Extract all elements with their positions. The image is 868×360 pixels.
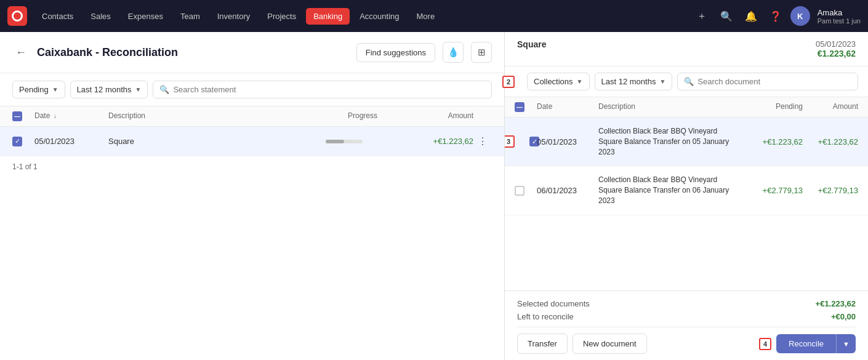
right-filters-bar: 2 Collections ▼ Last 12 months ▼ 🔍 [505,66,868,97]
right-pending-header: Pending [741,102,803,112]
right-panel: Square 05/01/2023 €1.223,62 2 Collection… [505,32,868,360]
table-row: 1 ✓ 05/01/2023 Square +€1.223,62 ⋮ [0,127,504,156]
partial-check-icon: — [14,113,20,120]
document-search-bar: 🔍 [677,73,858,90]
search-icon: 🔍 [159,85,169,94]
left-panel: ← Caixabank - Reconciliation Find sugges… [0,32,505,360]
water-drop-icon[interactable]: 💧 [443,42,464,63]
sort-icon: ↓ [54,113,57,119]
doc-search-icon: 🔍 [684,77,694,86]
nav-more[interactable]: More [409,8,443,25]
right-row2-checkbox[interactable] [515,186,524,196]
actions-header [473,111,492,121]
right-row1-check: ✓ [529,137,537,146]
period-chevron-icon: ▼ [135,86,142,93]
right-row2-amount: +€2.779,13 [803,186,858,195]
notification-icon[interactable]: 🔔 [741,6,761,26]
progress-bar-fill [326,140,344,143]
footer-actions: Transfer New document 4 Reconcile ▼ [517,334,856,354]
right-header-date: 05/01/2023 [816,39,856,49]
amount-header: Amount [400,111,473,121]
transfer-button[interactable]: Transfer [517,334,568,354]
selected-label: Selected documents [517,299,590,308]
right-period-chevron-icon: ▼ [659,78,665,85]
pagination-info: 1-1 of 1 [0,156,504,177]
row-date: 05/01/2023 [34,137,108,146]
description-header: Description [108,111,326,121]
status-filter[interactable]: Pending ▼ [12,81,65,98]
main-layout: ← Caixabank - Reconciliation Find sugges… [0,32,868,360]
logo-shape [12,10,23,22]
right-header-amount: €1.223,62 [816,49,856,58]
annotation-badge-2: 2 [502,76,515,88]
right-row2-description: Collection Black Bear BBQ Vineyard Squar… [598,175,741,206]
selected-documents-row: Selected documents +€1.223,62 [517,297,856,310]
statement-search-bar: 🔍 [153,81,492,98]
left-to-reconcile-row: Left to reconcile +€0,00 [517,310,856,323]
status-chevron-icon: ▼ [52,86,58,93]
row-description: Square [108,137,326,146]
user-info: Amaka Pam test 1 jun [818,8,861,25]
document-search-input[interactable] [697,77,851,86]
nav-sales[interactable]: Sales [83,8,118,25]
avatar[interactable]: K [790,6,810,26]
find-suggestions-button[interactable]: Find suggestions [356,43,435,62]
period-filter[interactable]: Last 12 months ▼ [70,81,148,98]
right-table-row: 06/01/2023 Collection Black Bear BBQ Vin… [505,166,868,215]
row-progress [326,140,400,143]
period-filter-label: Last 12 months [77,85,132,94]
status-filter-label: Pending [19,85,49,94]
nav-projects[interactable]: Projects [260,8,303,25]
row-more-button[interactable]: ⋮ [473,135,492,147]
help-icon[interactable]: ❓ [766,6,786,26]
right-period-label: Last 12 months [601,77,656,86]
right-row2-date: 06/01/2023 [537,186,598,195]
annotation-badge-4: 4 [759,338,771,350]
back-button[interactable]: ← [12,44,30,61]
nav-banking[interactable]: Banking [306,8,350,25]
right-select-all-checkbox[interactable]: — [515,102,524,112]
reconcile-group: 4 Reconcile ▼ [776,334,856,353]
nav-inventory[interactable]: Inventory [210,8,257,25]
row-checkbox[interactable]: ✓ [12,137,22,146]
collection-chevron-icon: ▼ [577,78,583,85]
left-table: — Date ↓ Description Progress Amount 1 ✓… [0,106,504,360]
search-icon[interactable]: 🔍 [717,6,736,26]
left-filters-bar: Pending ▼ Last 12 months ▼ 🔍 [0,73,504,106]
right-header: Square 05/01/2023 €1.223,62 [505,32,868,66]
select-all-checkbox[interactable]: — [12,111,22,121]
right-header-title: Square [517,39,546,49]
right-select-all-header: — [515,102,537,112]
left-table-header: — Date ↓ Description Progress Amount [0,106,504,127]
progress-bar-bg [326,140,363,143]
nav-expenses[interactable]: Expenses [121,8,171,25]
statement-search-input[interactable] [173,85,485,94]
left-to-reconcile-label: Left to reconcile [517,312,574,321]
nav-accounting[interactable]: Accounting [352,8,406,25]
right-description-header: Description [598,102,741,112]
layout-icon[interactable]: ⊞ [471,42,492,63]
right-table-row: 3 ✓ 05/01/2023 Collection Black Bear BBQ… [505,118,868,166]
annotation-badge-3: 3 [505,135,515,148]
user-name: Amaka [818,8,861,17]
right-date-header: Date [537,102,598,112]
reconcile-button[interactable]: Reconcile [776,334,836,353]
left-header: ← Caixabank - Reconciliation Find sugges… [0,32,504,73]
app-logo[interactable] [7,6,27,26]
nav-team[interactable]: Team [173,8,207,25]
right-footer: Selected documents +€1.223,62 Left to re… [505,290,868,360]
right-row1-amount: +€1.223,62 [803,137,858,146]
date-header[interactable]: Date ↓ [34,111,108,121]
row-check-area: 1 ✓ [12,137,34,146]
nav-contacts[interactable]: Contacts [34,8,81,25]
collection-filter[interactable]: Collections ▼ [527,73,590,90]
footer-left-buttons: Transfer New document [517,334,647,354]
nav-icons: ＋ 🔍 🔔 ❓ K Amaka Pam test 1 jun [692,6,861,26]
new-document-button[interactable]: New document [573,334,647,354]
right-row2-check [515,186,537,196]
row-amount: +€1.223,62 [400,137,473,146]
right-period-filter[interactable]: Last 12 months ▼ [595,73,673,90]
add-icon[interactable]: ＋ [692,6,712,26]
reconcile-dropdown-button[interactable]: ▼ [836,334,856,353]
right-table: — Date Description Pending Amount 3 ✓ 05… [505,97,868,290]
